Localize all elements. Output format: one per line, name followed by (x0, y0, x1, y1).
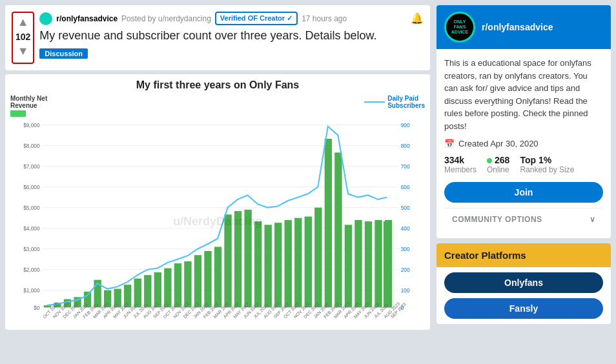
svg-rect-62 (354, 220, 362, 307)
svg-rect-52 (254, 221, 262, 307)
community-name-header[interactable]: r/onlyfansadvice (482, 22, 553, 32)
svg-text:$9,000: $9,000 (23, 122, 40, 128)
svg-rect-43 (164, 268, 171, 308)
created-info: 📅 Created Apr 30, 2020 (444, 139, 603, 148)
created-date: Created Apr 30, 2020 (458, 139, 539, 148)
online-label: Online (487, 165, 509, 174)
svg-text:$1,000: $1,000 (23, 287, 40, 294)
stats-row: 334k Members 268 Online Top 1% Ranked by… (444, 155, 603, 174)
creator-platforms-card: Creator Platforms Onlyfans Fansly (436, 243, 611, 324)
main-content: ▲ 102 ▼ OF r/onlyfansadvice Posted by u/… (5, 5, 430, 359)
downvote-button[interactable]: ▼ (17, 45, 29, 58)
svg-rect-59 (325, 139, 332, 307)
svg-rect-49 (224, 214, 231, 307)
svg-rect-58 (314, 208, 322, 308)
svg-text:$0: $0 (34, 304, 40, 310)
svg-rect-57 (305, 217, 312, 308)
post-card: ▲ 102 ▼ OF r/onlyfansadvice Posted by u/… (5, 5, 430, 70)
sidebar-header: ONLYFANSADVICE r/onlyfansadvice (436, 5, 611, 49)
legend-bar (10, 110, 47, 117)
svg-text:$5,000: $5,000 (23, 205, 40, 211)
svg-rect-60 (334, 152, 342, 307)
community-description: This is a educational space for onlyfans… (444, 57, 603, 132)
svg-rect-46 (194, 255, 201, 307)
sidebar: ONLYFANSADVICE r/onlyfansadvice This is … (436, 5, 611, 359)
bell-icon[interactable]: 🔔 (411, 12, 424, 25)
svg-text:300: 300 (401, 246, 410, 252)
chart-area: u/NerdyDancing $0 $1,000 $2, (10, 118, 425, 325)
vote-count: 102 (15, 32, 30, 42)
svg-rect-44 (174, 263, 181, 307)
chart-card: My first three years on Only Fans Monthl… (5, 74, 430, 330)
logo-text: ONLYFANSADVICE (451, 19, 468, 34)
ranked-stat: Top 1% Ranked by Size (520, 155, 574, 174)
members-stat: 334k Members (444, 155, 477, 174)
svg-rect-50 (234, 211, 241, 307)
members-value: 334k (444, 155, 477, 165)
discussion-tag[interactable]: Discussion (39, 48, 88, 59)
svg-text:$2,000: $2,000 (23, 267, 40, 273)
svg-rect-47 (204, 251, 211, 307)
page-wrapper: ▲ 102 ▼ OF r/onlyfansadvice Posted by u/… (0, 0, 616, 364)
community-card: ONLYFANSADVICE r/onlyfansadvice This is … (436, 5, 611, 238)
ranked-value: Top 1% (520, 155, 574, 165)
post-title: My revenue and subscriber count over thr… (39, 29, 424, 43)
svg-rect-54 (274, 223, 282, 307)
svg-text:$6,000: $6,000 (23, 184, 40, 190)
svg-text:400: 400 (401, 225, 410, 232)
svg-rect-48 (214, 247, 221, 307)
post-meta: OF r/onlyfansadvice Posted by u/nerdydan… (39, 12, 424, 25)
post-body: OF r/onlyfansadvice Posted by u/nerdydan… (39, 12, 424, 64)
community-options-label: COMMUNITY OPTIONS (452, 215, 542, 224)
creator-platforms-header: Creator Platforms (436, 243, 611, 267)
calendar-icon: 📅 (444, 139, 455, 148)
svg-text:500: 500 (401, 205, 410, 211)
svg-rect-56 (294, 218, 302, 308)
fansly-button[interactable]: Fansly (444, 298, 603, 319)
svg-rect-53 (264, 225, 271, 307)
svg-text:800: 800 (401, 143, 410, 149)
svg-text:900: 900 (401, 122, 410, 128)
upvote-button[interactable]: ▲ (17, 15, 29, 29)
verified-badge: Verified OF Creator ✓ (215, 12, 298, 25)
svg-text:100: 100 (401, 287, 410, 294)
left-axis-label: Monthly NetRevenue (10, 95, 47, 109)
join-button[interactable]: Join (444, 182, 603, 203)
members-label: Members (444, 165, 477, 174)
svg-text:$7,000: $7,000 (23, 163, 40, 170)
svg-text:600: 600 (401, 184, 410, 190)
vote-section: ▲ 102 ▼ (12, 12, 34, 64)
post-timestamp: 17 hours ago (302, 14, 347, 23)
chart-svg: $0 $1,000 $2,000 $3,000 $4,000 $5,000 $6… (10, 118, 425, 325)
svg-text:$4,000: $4,000 (23, 225, 40, 232)
svg-text:$8,000: $8,000 (23, 143, 40, 149)
svg-rect-63 (365, 221, 372, 307)
ranked-label: Ranked by Size (520, 165, 574, 174)
svg-text:200: 200 (401, 267, 410, 273)
online-stat: 268 Online (487, 155, 509, 174)
community-options[interactable]: COMMUNITY OPTIONS ∨ (444, 208, 603, 230)
svg-rect-45 (184, 261, 191, 307)
subreddit-name[interactable]: r/onlyfansadvice (56, 14, 118, 23)
right-axis-label: Daily PaidSubscribers (387, 95, 425, 109)
chart-title: My first three years on Only Fans (10, 79, 425, 91)
subreddit-icon: OF (39, 12, 52, 25)
svg-rect-55 (285, 220, 292, 307)
svg-rect-64 (375, 220, 382, 307)
svg-rect-51 (244, 210, 251, 307)
svg-text:$3,000: $3,000 (23, 246, 40, 252)
online-value: 268 (487, 155, 509, 165)
svg-text:700: 700 (401, 163, 410, 170)
svg-rect-66 (384, 221, 391, 307)
chevron-down-icon: ∨ (590, 215, 596, 224)
svg-rect-61 (345, 225, 352, 307)
onlyfans-button[interactable]: Onlyfans (444, 272, 603, 293)
online-dot (487, 158, 492, 163)
community-logo: ONLYFANSADVICE (444, 12, 475, 43)
sidebar-body: This is a educational space for onlyfans… (436, 49, 611, 238)
posted-by: Posted by u/nerdydancing (121, 14, 211, 23)
